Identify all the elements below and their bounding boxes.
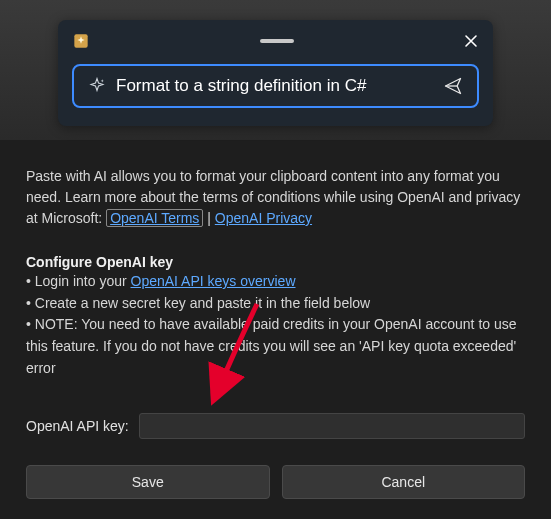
intro-text: Paste with AI allows you to format your …	[26, 166, 525, 229]
bullet-login: • Login into your OpenAI API keys overvi…	[26, 271, 525, 293]
api-key-input[interactable]	[139, 413, 525, 439]
openai-terms-link[interactable]: OpenAI Terms	[106, 209, 203, 227]
openai-privacy-link[interactable]: OpenAI Privacy	[215, 210, 312, 226]
dialog-buttons: Save Cancel	[26, 465, 525, 499]
preview-header: Format to a string definition in C#	[0, 0, 551, 140]
cancel-button[interactable]: Cancel	[282, 465, 526, 499]
api-key-label: OpenAI API key:	[26, 418, 129, 434]
drag-handle[interactable]	[260, 39, 294, 43]
configure-heading: Configure OpenAI key	[26, 254, 525, 270]
prompt-input-row[interactable]: Format to a string definition in C#	[72, 64, 479, 108]
ai-badge-icon	[72, 32, 90, 50]
prompt-card: Format to a string definition in C#	[58, 20, 493, 126]
bullet-note: • NOTE: You need to have available paid …	[26, 314, 525, 379]
save-button[interactable]: Save	[26, 465, 270, 499]
settings-panel: Paste with AI allows you to format your …	[0, 140, 551, 439]
prompt-text[interactable]: Format to a string definition in C#	[116, 76, 433, 96]
api-key-row: OpenAI API key:	[26, 413, 525, 439]
openai-api-keys-link[interactable]: OpenAI API keys overview	[131, 273, 296, 289]
intro-sep: |	[203, 210, 214, 226]
send-icon[interactable]	[443, 76, 463, 96]
close-icon[interactable]	[463, 33, 479, 49]
configure-bullets: • Login into your OpenAI API keys overvi…	[26, 271, 525, 379]
sparkle-icon	[88, 77, 106, 95]
bullet-create-key: • Create a new secret key and paste it i…	[26, 293, 525, 315]
